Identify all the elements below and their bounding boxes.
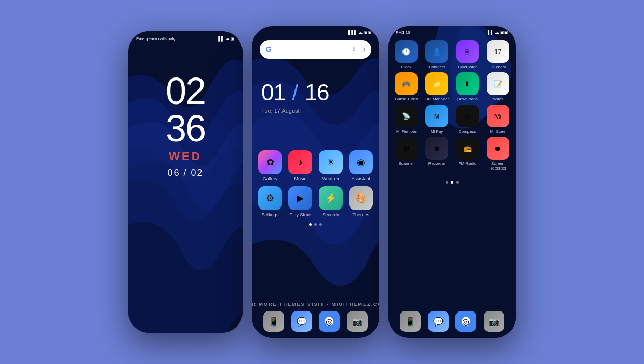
dock-icon-chrome[interactable]: ◎: [319, 311, 340, 332]
phone-2-homescreen: ▌▌▌ ☁ ▣▣ G 🎙 ⊡ 01 / 16 Tue, 17 August ✿ …: [252, 26, 379, 338]
p3-app-label: Notes: [492, 97, 503, 101]
dot-3: [319, 223, 322, 226]
dock-icon-camera[interactable]: 📷: [347, 311, 368, 332]
app-icon-gallery[interactable]: ✿ Gallery: [257, 150, 283, 182]
google-g-icon: G: [266, 45, 272, 54]
p3-app-label: Calendar: [489, 64, 506, 69]
p3-app-img: 📝: [487, 72, 509, 95]
app-label: Gallery: [263, 176, 278, 182]
p3-app-label: Screen Recorder: [484, 161, 512, 171]
p3-app-img: 📁: [425, 72, 448, 95]
app-icon-play-store[interactable]: ▶ Play Store: [287, 186, 313, 218]
p3-app-label: Scanner: [398, 161, 414, 166]
p3-app-label: Clock: [401, 64, 411, 69]
p3-app-recorder[interactable]: ⏺ Recorder: [423, 137, 451, 171]
p3-app-img: ⏺: [425, 137, 448, 160]
p3-app-downloads[interactable]: ⬇ Downloads: [454, 72, 481, 101]
p3-app-img: M: [425, 105, 448, 127]
p3-app-label: FM Radio: [459, 161, 477, 166]
phone2-hours: 01: [261, 80, 286, 105]
p3-app-game-turbo[interactable]: 🎮 Game Turbo: [393, 72, 420, 101]
app-label: Settings: [262, 212, 279, 218]
p3-dot-3: [456, 181, 459, 184]
p3-app-label: Recorder: [428, 161, 446, 166]
p3-app-label: Compass: [459, 129, 476, 134]
p3-app-contacts[interactable]: 👤 Contacts: [423, 40, 451, 69]
mic-icon[interactable]: 🎙: [351, 46, 357, 53]
p3-app-scanner[interactable]: ⊟ Scanner: [393, 137, 420, 171]
p3-app-label: Mi Remote: [396, 129, 417, 134]
app-img: ♪: [288, 150, 312, 174]
p3-app-calculator[interactable]: ⊞ Calculator: [454, 40, 481, 69]
emergency-text: Emergency calls only: [136, 36, 176, 41]
app-icon-security[interactable]: ⚡ Security: [318, 186, 344, 218]
dock-icon-phone[interactable]: 📱: [263, 311, 284, 332]
app-label: Assistant: [352, 176, 371, 182]
phone2-date: Tue, 17 August: [252, 108, 379, 114]
app-img: ▶: [288, 186, 312, 210]
phones-container: Emergency calls only ▌▌ ☁ ▣ 02 36 WED 06…: [128, 26, 516, 338]
p3-app-mi-remote[interactable]: 📡 Mi Remote: [393, 105, 420, 134]
app-img: 🎨: [349, 186, 373, 210]
p3-app-mi-pay[interactable]: M Mi Pay: [423, 105, 451, 134]
p3-app-clock[interactable]: 🕐 Clock: [393, 40, 420, 69]
app-label: Security: [322, 212, 339, 218]
p3-app-calendar[interactable]: 17 Calendar: [484, 40, 512, 69]
p3-app-file-manager[interactable]: 📁 File Manager: [423, 72, 451, 101]
p3-dock-phone[interactable]: 📱: [400, 311, 421, 332]
p3-app-label: Mi Store: [490, 129, 506, 134]
app-icon-settings[interactable]: ⚙ Settings: [257, 186, 283, 218]
phone2-minutes: 16: [305, 80, 329, 105]
p2-signal: ▌▌▌ ☁ ▣▣: [348, 30, 372, 35]
p3-app-fm-radio[interactable]: 📻 FM Radio: [454, 137, 481, 171]
phone3-status-bar: PM1:16 ▌▌ ☁ ▣▣: [388, 26, 516, 35]
app-label: Weather: [322, 176, 340, 182]
phone1-minutes: 36: [128, 110, 243, 147]
p3-app-img: 👤: [425, 40, 448, 63]
app-icon-assistant[interactable]: ◉ Assistant: [348, 150, 374, 182]
p3-time: PM1:16: [396, 30, 410, 35]
dot-1: [309, 223, 312, 226]
page-indicator: [252, 218, 379, 231]
phone2-status-bar: ▌▌▌ ☁ ▣▣: [252, 26, 379, 35]
p3-app-notes[interactable]: 📝 Notes: [484, 72, 512, 101]
p3-app-compass[interactable]: ◎ Compass: [454, 105, 481, 134]
app-icon-weather[interactable]: ☀ Weather: [318, 150, 344, 182]
p3-app-img: 📡: [395, 105, 418, 127]
phone2-search-bar[interactable]: G 🎙 ⊡: [260, 40, 371, 59]
p3-signal-icons: ▌▌ ☁ ▣▣: [488, 30, 508, 35]
p3-app-img: ◎: [456, 105, 479, 127]
app-icon-themes[interactable]: 🎨 Themes: [348, 186, 374, 218]
phone3-content: PM1:16 ▌▌ ☁ ▣▣ 🕐 Clock👤 Contacts⊞ Calcul…: [388, 26, 516, 338]
p3-app-img: 🕐: [395, 40, 418, 63]
app-img: ⚡: [319, 186, 343, 210]
phone1-day: WED: [128, 150, 243, 163]
phone-1-lockscreen: Emergency calls only ▌▌ ☁ ▣ 02 36 WED 06…: [128, 31, 243, 333]
app-label: Play Store: [290, 212, 312, 218]
phone3-app-grid: 🕐 Clock👤 Contacts⊞ Calculator17 Calendar…: [388, 35, 516, 176]
signal-icons: ▌▌ ☁ ▣: [218, 36, 235, 41]
phone2-app-grid: ✿ Gallery♪ Music☀ Weather◉ Assistant⚙ Se…: [252, 124, 379, 218]
p3-dot-2: [451, 181, 453, 184]
app-label: Themes: [353, 212, 370, 218]
p3-app-img: ⊟: [395, 137, 418, 160]
lens-icon[interactable]: ⊡: [360, 46, 365, 53]
p3-dock-chrome[interactable]: ◎: [455, 311, 476, 332]
phone1-status-bar: Emergency calls only ▌▌ ☁ ▣: [128, 31, 243, 41]
phone2-clock: 01 / 16: [252, 64, 379, 108]
p3-app-label: Downloads: [457, 97, 478, 101]
watermark-text: FOR MORE THEMES VISIT - MIUITHEMEZ.COM: [252, 302, 379, 307]
p3-app-img: ⏺: [487, 137, 509, 160]
app-img: ⚙: [258, 186, 282, 210]
p3-app-label: File Manager: [425, 97, 449, 101]
app-icon-music[interactable]: ♪ Music: [287, 150, 313, 182]
dock-icon-messages[interactable]: 💬: [291, 311, 312, 332]
p3-dock-messages[interactable]: 💬: [428, 311, 449, 332]
app-label: Music: [294, 176, 307, 182]
p3-app-screen-recorder[interactable]: ⏺ Screen Recorder: [484, 137, 512, 171]
phone1-date: 06 / 02: [128, 167, 243, 178]
phone2-content: ▌▌▌ ☁ ▣▣ G 🎙 ⊡ 01 / 16 Tue, 17 August ✿ …: [252, 26, 379, 338]
p3-app-mi-store[interactable]: Mi Mi Store: [484, 105, 512, 134]
p3-dock-camera[interactable]: 📷: [484, 311, 504, 332]
app-img: ☀: [319, 150, 343, 174]
